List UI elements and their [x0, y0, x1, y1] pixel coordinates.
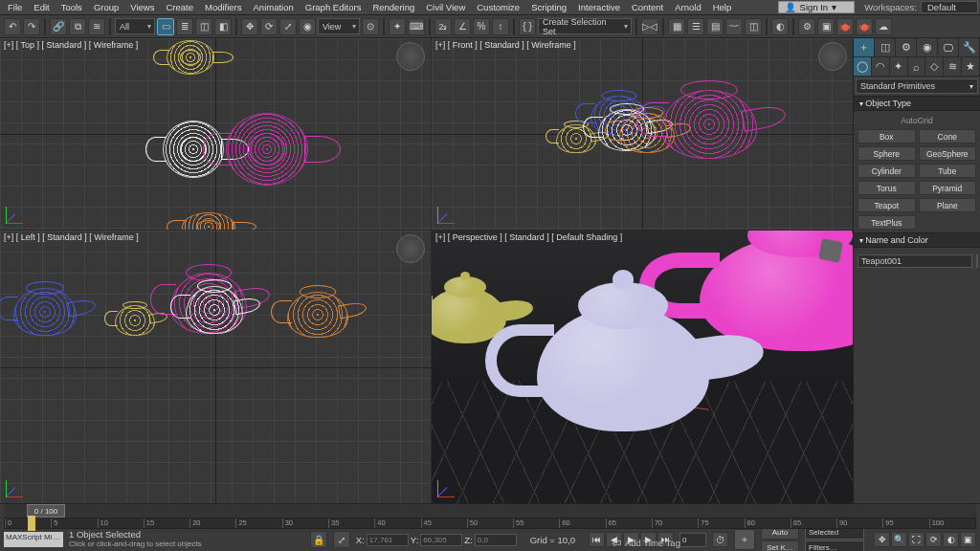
autogrid-checkbox[interactable]: AutoGrid: [858, 116, 976, 125]
obj-pyramid[interactable]: Pyramid: [919, 181, 977, 195]
layer-explorer-button[interactable]: ☰: [687, 18, 704, 35]
schematic-view-button[interactable]: ◫: [745, 18, 762, 35]
menu-civilview[interactable]: Civil View: [420, 1, 471, 13]
menu-rendering[interactable]: Rendering: [367, 1, 420, 13]
time-ruler[interactable]: 0 5 10 15 20 25 30 35 40 45 50 55 60 65 …: [4, 518, 976, 529]
goto-start-button[interactable]: ⏮: [589, 532, 605, 547]
cat-systems-button[interactable]: ★: [962, 57, 980, 76]
viewport-front[interactable]: [+] [ Front ] [ Standard ] [ Wireframe ]: [432, 38, 853, 230]
coord-z-input[interactable]: [475, 534, 517, 546]
menu-modifiers[interactable]: Modifiers: [199, 1, 248, 13]
cat-lights-button[interactable]: ✦: [890, 57, 908, 76]
named-sel-edit-button[interactable]: { }: [519, 18, 536, 35]
select-scale-button[interactable]: ⤢: [279, 18, 297, 35]
viewport-left-label[interactable]: [+] [ Left ] [ Standard ] [ Wireframe ]: [4, 232, 139, 242]
bind-spacewarp-button[interactable]: ≋: [88, 18, 105, 35]
cat-shapes-button[interactable]: ◠: [872, 57, 890, 76]
align-button[interactable]: ▦: [668, 18, 685, 35]
select-region-button[interactable]: ◫: [195, 18, 212, 35]
selection-lock-button[interactable]: 🔒: [310, 531, 327, 548]
obj-cylinder[interactable]: Cylinder: [858, 164, 916, 178]
selection-filter-select[interactable]: All: [115, 18, 155, 34]
undo-button[interactable]: ↶: [4, 18, 21, 35]
menu-scripting[interactable]: Scripting: [525, 1, 572, 13]
select-object-button[interactable]: ▭: [157, 18, 174, 35]
add-time-tag[interactable]: 🏷 Add Time Tag: [612, 538, 680, 548]
render-frame-button[interactable]: ▣: [817, 18, 835, 35]
select-move-button[interactable]: ✥: [241, 18, 258, 35]
named-sel-set-select[interactable]: Create Selection Set: [538, 18, 632, 34]
tab-motion[interactable]: ◉: [917, 38, 938, 56]
render-iterative-button[interactable]: 🫖: [856, 18, 873, 35]
tab-display[interactable]: 🖵: [938, 38, 959, 56]
spinner-snap-button[interactable]: ↕: [492, 18, 509, 35]
tab-utilities[interactable]: 🔧: [959, 38, 980, 56]
obj-sphere[interactable]: Sphere: [858, 146, 916, 161]
viewport-persp-label[interactable]: [+] [ Perspective ] [ Standard ] [ Defau…: [435, 232, 622, 242]
coord-x-input[interactable]: [367, 534, 409, 546]
key-filters-select[interactable]: Filters…: [805, 540, 864, 552]
obj-plane[interactable]: Plane: [919, 198, 977, 212]
viewcube-icon[interactable]: [818, 42, 847, 71]
rollout-name-color[interactable]: Name and Color: [854, 232, 980, 248]
render-setup-button[interactable]: ⚙: [798, 18, 815, 35]
zoom-extents-button[interactable]: ⛶: [908, 532, 924, 547]
viewcube-icon[interactable]: [396, 234, 425, 263]
menu-arnold[interactable]: Arnold: [669, 1, 706, 13]
viewport-left[interactable]: [+] [ Left ] [ Standard ] [ Wireframe ]: [0, 231, 431, 503]
window-crossing-button[interactable]: ◧: [214, 18, 232, 35]
menu-help[interactable]: Help: [707, 1, 738, 13]
unlink-button[interactable]: ⧉: [69, 18, 86, 35]
toggle-ribbon-button[interactable]: ▤: [706, 18, 724, 35]
select-manipulate-button[interactable]: ✦: [389, 18, 406, 35]
menu-edit[interactable]: Edit: [28, 1, 55, 13]
maxscript-listener[interactable]: MAXScript Mi…: [4, 532, 63, 547]
render-online-button[interactable]: ☁: [875, 18, 892, 35]
workspace-select[interactable]: Default: [921, 1, 978, 13]
pan-view-button[interactable]: ✥: [874, 532, 890, 547]
cat-spacewarp-button[interactable]: ≋: [944, 57, 962, 76]
set-key-button[interactable]: Set K…: [761, 540, 799, 552]
menu-file[interactable]: File: [2, 1, 28, 13]
viewport-top[interactable]: [+] [ Top ] [ Standard ] [ Wireframe ]: [0, 38, 431, 230]
select-by-name-button[interactable]: ≣: [176, 18, 193, 35]
object-name-input[interactable]: [858, 254, 972, 268]
curve-editor-button[interactable]: 〰: [725, 18, 743, 35]
menu-views[interactable]: Views: [124, 1, 160, 13]
orbit-button[interactable]: ⟳: [925, 532, 942, 547]
select-rotate-button[interactable]: ⟳: [260, 18, 278, 35]
current-frame-input[interactable]: [679, 533, 706, 547]
viewport-top-label[interactable]: [+] [ Top ] [ Standard ] [ Wireframe ]: [4, 40, 138, 50]
object-color-swatch[interactable]: [976, 254, 978, 268]
redo-button[interactable]: ↷: [23, 18, 40, 35]
menu-customize[interactable]: Customize: [471, 1, 525, 13]
cat-helpers-button[interactable]: ◇: [925, 57, 944, 76]
menu-create[interactable]: Create: [160, 1, 199, 13]
set-key-large-button[interactable]: ＋: [734, 529, 755, 550]
coord-y-input[interactable]: [420, 534, 462, 546]
time-config-button[interactable]: ⏱: [712, 532, 728, 547]
cat-geometry-button[interactable]: ◯: [854, 57, 872, 76]
zoom-button[interactable]: 🔍: [891, 532, 907, 547]
tab-modify[interactable]: ◫: [875, 38, 896, 56]
time-slider[interactable]: 0 / 100: [4, 504, 976, 518]
keyboard-shortcut-button[interactable]: ⌨: [408, 18, 425, 35]
obj-teapot[interactable]: Teapot: [858, 198, 916, 212]
obj-box[interactable]: Box: [858, 129, 916, 143]
material-editor-button[interactable]: ◐: [771, 18, 789, 35]
menu-group[interactable]: Group: [88, 1, 124, 13]
viewcube-icon[interactable]: [396, 42, 425, 71]
time-marker[interactable]: [28, 516, 35, 531]
signin-button[interactable]: 👤 Sign In ▾: [778, 1, 856, 13]
obj-torus[interactable]: Torus: [858, 181, 916, 195]
transform-typein-button[interactable]: ⤢: [333, 531, 350, 548]
primitive-category-select[interactable]: Standard Primitives: [856, 78, 978, 94]
viewport-front-label[interactable]: [+] [ Front ] [ Standard ] [ Wireframe ]: [435, 40, 576, 50]
viewport-perspective[interactable]: [+] [ Perspective ] [ Standard ] [ Defau…: [432, 231, 853, 503]
ref-coord-select[interactable]: View: [318, 18, 360, 34]
render-button[interactable]: 🫖: [836, 18, 854, 35]
link-button[interactable]: 🔗: [50, 18, 67, 35]
obj-geosphere[interactable]: GeoSphere: [919, 146, 977, 161]
menu-animation[interactable]: Animation: [248, 1, 300, 13]
mirror-button[interactable]: ▷◁: [641, 18, 658, 35]
